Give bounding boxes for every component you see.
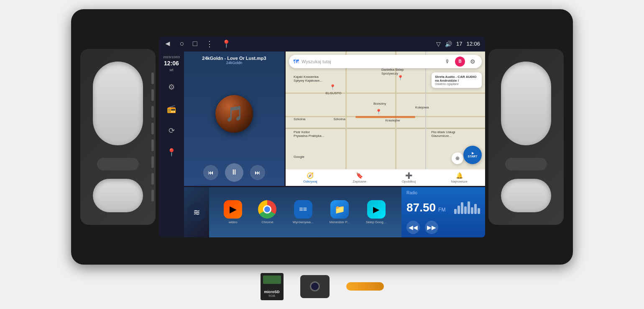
- datetime-widget: 2023/10/03 12:06 wt: [163, 55, 180, 73]
- map-pin-elgusto: 📍: [330, 84, 336, 90]
- speaker-handle-left: [97, 158, 139, 170]
- app-menedzer[interactable]: 📁 Menedżer P...: [330, 200, 350, 224]
- chrome-app-icon: [258, 200, 276, 219]
- map-tab-najnowsze[interactable]: 🔔 Najnowsze: [451, 172, 468, 183]
- map-mic-button[interactable]: 🎙: [442, 57, 452, 67]
- side-btn-6[interactable]: [151, 156, 154, 168]
- app-video[interactable]: ▶ wideo: [224, 200, 242, 224]
- clock: 12:06: [466, 41, 480, 47]
- left-sidebar: 2023/10/03 12:06 wt ⚙ 📻 ⟳ 📍: [159, 52, 184, 237]
- side-btn-3[interactable]: [151, 106, 154, 118]
- main-content: 2023/10/03 12:06 wt ⚙ 📻 ⟳ 📍 24kGoldn - L…: [159, 52, 485, 237]
- status-right: ▽ 🔊 17 12:06: [436, 41, 480, 47]
- road-v1: [345, 52, 347, 169]
- back-button[interactable]: ◄: [164, 39, 171, 48]
- radio-band: FM: [438, 207, 445, 213]
- volume-icon: 🔊: [445, 41, 452, 47]
- car-unit: ◄ ○ □ ⋮ 📍 ▽ 🔊 17 12:06 2023/: [71, 9, 573, 265]
- side-btn-5[interactable]: [151, 139, 154, 151]
- music-controls: ⏮ ⏸ ⏭: [203, 163, 265, 182]
- map-profile-button[interactable]: B: [455, 57, 465, 67]
- bottom-music-icon[interactable]: ≋: [184, 187, 209, 237]
- location-icon[interactable]: 📍: [164, 145, 179, 160]
- album-art: 🎵: [215, 95, 253, 133]
- home-button[interactable]: ○: [180, 39, 184, 48]
- bluetooth-icon[interactable]: ⟳: [164, 123, 179, 138]
- speaker-handle-right: [505, 158, 547, 170]
- start-navigation-button[interactable]: ▶ START: [463, 146, 482, 164]
- prev-button[interactable]: ⏮: [203, 165, 218, 180]
- start-icon: ▶: [472, 152, 474, 155]
- map-label-szkolna1: Szkolna: [294, 117, 305, 121]
- day-display: wt: [163, 67, 180, 73]
- settings-icon[interactable]: ⚙: [164, 80, 179, 95]
- road-v3: [425, 52, 426, 169]
- radio-bar-7: [474, 204, 477, 214]
- map-tab-opublikuj[interactable]: ➕ Opublikuj: [402, 172, 416, 183]
- map-location-card: Strefa Audio - CAR AUDIO na Androidzie !…: [432, 72, 482, 88]
- screen: ◄ ○ □ ⋮ 📍 ▽ 🔊 17 12:06 2023/: [159, 36, 485, 237]
- speaker-left: [80, 49, 156, 225]
- side-btn-8[interactable]: [151, 190, 154, 201]
- map-bottom-bar: 🧭 Odkrywaj 🔖 Zapisane ➕ Opublikuj: [286, 169, 485, 186]
- pry-tool-accessory: [346, 282, 384, 291]
- app-chrome[interactable]: Chrome: [258, 200, 276, 224]
- chrome-app-label: Chrome: [261, 220, 273, 224]
- camera-accessory: [300, 275, 330, 298]
- menu-button[interactable]: ⋮: [206, 39, 213, 49]
- location-card-subtitle: Ostatnio oglądane: [435, 82, 478, 85]
- road-h3: [286, 128, 485, 129]
- side-buttons: [151, 72, 154, 201]
- opublikuj-icon: ➕: [405, 172, 412, 179]
- play-pause-button[interactable]: ⏸: [225, 163, 243, 182]
- radio-next-button[interactable]: ▶▶: [425, 221, 438, 234]
- side-btn-7[interactable]: [151, 173, 154, 185]
- road-h2: [286, 93, 485, 94]
- nav-icons: ◄ ○ □ ⋮ 📍: [164, 39, 231, 49]
- music-panel[interactable]: 24kGoldn - Love Or Lust.mp3 24kGoldn 🎵 ⏮…: [184, 52, 284, 186]
- radio-bar-8: [478, 208, 480, 214]
- speaker-oval-bottom-left: [93, 179, 143, 212]
- sklep-app-icon: ▶: [367, 200, 386, 219]
- radio-label: Radio: [406, 191, 480, 195]
- location-card-title: Strefa Audio - CAR AUDIO na Androidzie !: [435, 75, 478, 82]
- radio-controls: ◀◀ ▶▶: [406, 221, 480, 234]
- side-btn-1[interactable]: [151, 72, 154, 84]
- radio-bar-2: [457, 206, 460, 214]
- map-label-brzeziny: Brzeziny: [373, 102, 386, 106]
- speaker-right: [488, 49, 564, 225]
- radio-icon[interactable]: 📻: [164, 101, 179, 116]
- apps-panel: ▶ wideo Chrome ≡≡ Wyrów: [209, 187, 401, 237]
- najnowsze-icon: 🔔: [456, 172, 463, 179]
- album-art-inner: 🎵: [215, 95, 253, 133]
- side-btn-2[interactable]: [151, 89, 154, 101]
- sklep-app-label: Sklep Googl...: [366, 220, 387, 224]
- map-tab-zapisane[interactable]: 🔖 Zapisane: [353, 172, 366, 183]
- map-settings-button[interactable]: ⚙: [468, 57, 478, 67]
- next-button[interactable]: ⏭: [250, 165, 265, 180]
- odkrywaj-icon: 🧭: [307, 172, 314, 179]
- side-btn-4[interactable]: [151, 123, 154, 134]
- app-sklep[interactable]: ▶ Sklep Googl...: [366, 200, 387, 224]
- radio-bar-4: [464, 206, 467, 214]
- maps-nav-icon[interactable]: 📍: [222, 39, 231, 49]
- map-tab-odkrywaj[interactable]: 🧭 Odkrywaj: [303, 172, 317, 183]
- map-search-placeholder[interactable]: Wyszukaj tutaj: [302, 59, 440, 64]
- radio-bar-3: [461, 202, 463, 214]
- radio-panel: Radio 87.50 FM: [401, 187, 485, 237]
- map-background: Kajaki KrasieńkaSpływy Kajakowe... Danie…: [286, 52, 485, 169]
- highlighted-road: [355, 116, 415, 118]
- recents-button[interactable]: □: [193, 39, 197, 48]
- radio-prev-button[interactable]: ◀◀: [406, 221, 420, 234]
- map-panel[interactable]: 🗺 Wyszukaj tutaj 🎙 B ⚙: [286, 52, 485, 186]
- radio-bar-6: [471, 207, 473, 214]
- date-display: 2023/10/03: [163, 55, 180, 59]
- video-app-icon: ▶: [224, 200, 242, 219]
- speaker-oval-top-left: [93, 62, 143, 145]
- pry-tool: [346, 282, 384, 291]
- wifi-icon: ▽: [436, 41, 441, 47]
- compass-button[interactable]: ⊕: [452, 152, 463, 164]
- sd-card-label: microSD: [264, 290, 279, 294]
- map-pin-krasiejow: 📍: [376, 109, 382, 115]
- app-wyrownaj[interactable]: ≡≡ Wyrównywa...: [293, 200, 314, 224]
